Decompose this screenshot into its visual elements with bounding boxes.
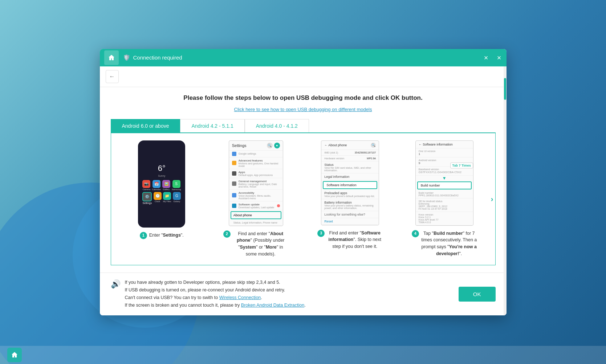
build-number-highlighted: Build number [417, 181, 472, 189]
phone-calendar-icon: 📅 Calendar [152, 180, 160, 191]
step-1-number: 1 [140, 232, 147, 239]
software-update-row: Software update Download updates, Last u… [229, 201, 283, 210]
battery-info-row: Battery information View your phone's ba… [321, 199, 379, 211]
software-info-screenshot: ← Software information One UI version 1 … [415, 140, 473, 226]
step-1-text: Enter "Settings". [149, 232, 184, 239]
home-button[interactable] [104, 50, 119, 65]
step-2-desc: 2 Find and enter "About phone" (Possibly… [223, 230, 289, 258]
advanced-features-row: Advanced features Motions and gestures, … [229, 158, 283, 169]
wireless-connection-link[interactable]: Wireless Connection [219, 295, 261, 300]
phone-clock: 6° [158, 164, 166, 173]
step-2-col: Settings 🔍 ● Google settings Advance [212, 140, 300, 258]
software-update-icon [232, 204, 236, 208]
phone-clock-icon: 🕐 Clock [153, 192, 162, 204]
close-button[interactable]: × [497, 53, 501, 62]
step-1-col: 6° Sunny 📷 Camera 📅 Calendar [118, 140, 206, 239]
phone-mockup: 6° Sunny 📷 Camera 📅 Calendar [138, 140, 185, 228]
status-row: Status View the SIM card status, IMEI, a… [321, 161, 379, 173]
step-4-desc: 4 Tap "Build number" for 7 times consecu… [412, 230, 477, 257]
step-2-text: Find and enter "About phone" (Possibly u… [233, 230, 289, 258]
step-3-number: 3 [317, 230, 325, 237]
accessibility-icon [232, 193, 236, 197]
broken-android-link[interactable]: Broken Android Data Extraction [241, 303, 304, 308]
phone-icons-row2: ⚙️ Settings 🕐 Clock 📁 My Files [141, 192, 182, 204]
bottom-info: 🔊 If you have already gotten to Develope… [100, 273, 507, 315]
help-link-container: Click here to see how to open USB debugg… [111, 106, 496, 113]
scrollbar-thumb [504, 78, 506, 100]
arrow-down-icon: ▼ [416, 176, 473, 181]
tab-7-times-label: Tab 7 Times [450, 163, 473, 168]
back-button[interactable]: ← [106, 70, 119, 83]
title-bar: 🛡️ Connection required × × [100, 49, 507, 66]
accessibility-row: Accessibility Voice Assistant, Menu audi… [229, 190, 283, 201]
tab-android6[interactable]: Android 6.0 or above [111, 119, 180, 132]
help-link[interactable]: Click here to see how to open USB debugg… [234, 107, 372, 112]
software-info-header: ← Software information [416, 141, 473, 148]
app-window: 🛡️ Connection required × × ← Please foll… [100, 49, 507, 315]
phone-galaxy-icon: G Galaxy [173, 192, 181, 204]
steps-container: 6° Sunny 📷 Camera 📅 Calendar [111, 133, 496, 265]
info-line2: If USB debugging is turned on, please re… [125, 287, 285, 293]
back-row: ← [100, 66, 507, 87]
window-title: Connection required [133, 54, 182, 61]
phone-samsung-icon: S Samsung [172, 180, 181, 191]
google-icon [232, 152, 236, 156]
minimize-close-button[interactable]: × [484, 53, 488, 62]
step-1-desc: 1 Enter "Settings". [140, 232, 184, 239]
menu-icon: ● [274, 143, 280, 148]
info-line4-prefix: If the screen is broken and you cannot t… [125, 303, 241, 308]
info-line4-suffix: . [304, 303, 305, 308]
shield-icon: 🛡️ [123, 54, 130, 61]
advanced-icon [232, 161, 236, 165]
search-icon: 🔍 [267, 143, 273, 148]
step-4-text: Tap "Build number" for 7 times consecuti… [421, 230, 477, 257]
step-3-desc: 3 Find and enter "Software information".… [317, 230, 383, 250]
build-number-value-row: Build number PPR1.180610.011.G04302CBa5X… [416, 190, 473, 199]
taskbar [0, 346, 606, 364]
general-management-row: General management Battery, Language and… [229, 178, 283, 190]
tab-android42[interactable]: Android 4.2 - 5.1.1 [180, 119, 244, 132]
info-line3-suffix: . [261, 295, 262, 300]
about-phone-highlighted-row: About phone [231, 211, 281, 219]
phone-gallery-icon: 🖼️ Gallery [162, 180, 170, 191]
scrollbar[interactable] [504, 66, 507, 315]
phone-camera-icon: 📷 Camera [142, 180, 150, 191]
step-2-number: 2 [223, 230, 231, 238]
step-4-number: 4 [412, 230, 419, 237]
about-phone-title: About phone [328, 143, 347, 147]
info-line3-prefix: Can't connect via USB? You can try to sw… [125, 295, 219, 300]
settings-title: Settings [232, 143, 247, 148]
one-ui-row: One UI version 1 [416, 148, 473, 158]
taskbar-home-button[interactable] [7, 348, 22, 362]
settings-header-icons: 🔍 ● [267, 143, 280, 148]
tab-android40[interactable]: Android 4.0 - 4.1.2 [245, 119, 309, 132]
hardware-row: Hardware version MP0.9A [321, 156, 379, 161]
ok-button[interactable]: OK [459, 287, 496, 302]
knox-version-row: Knox version Knox 3.2.1Knox API level 77… [416, 212, 473, 225]
looking-for-row: Looking for something else? [321, 211, 379, 218]
step-3-col: ← About phone 🔍 IMEI (slot 2) 3542590911… [307, 140, 394, 250]
imei-row: IMEI (slot 2) 354259091197107 [321, 150, 379, 156]
preloaded-apps-row: Preloaded apps View your phone's default… [321, 190, 379, 199]
legal-row: Legal information [321, 173, 379, 180]
step-4-col: ← Software information One UI version 1 … [401, 140, 488, 257]
phone-date: Sunny [158, 175, 165, 177]
apps-row: Apps Default apps, App permissions [229, 169, 283, 178]
apps-icon [232, 171, 236, 176]
info-line1: If you have already gotten to Developer … [125, 280, 280, 285]
software-info-highlighted: Software information [323, 181, 377, 189]
about-phone-screenshot: ← About phone 🔍 IMEI (slot 2) 3542590911… [321, 140, 379, 225]
general-icon [232, 181, 236, 186]
about-phone-header: ← About phone 🔍 [321, 141, 379, 150]
settings-screenshot-header: Settings 🔍 ● [229, 141, 283, 151]
google-settings-row: Google settings [229, 151, 283, 158]
about-search-icon: 🔍 [371, 143, 376, 148]
se-android-row: SE for Android status EnforcingSEPF_SM-G… [416, 199, 473, 212]
settings-screenshot: Settings 🔍 ● Google settings Advance [229, 140, 283, 226]
phone-icons-grid: 📷 Camera 📅 Calendar 🖼️ Gallery [141, 180, 182, 191]
tabs-container: Android 6.0 or above Android 4.2 - 5.1.1… [111, 119, 496, 133]
step-3-text: Find and enter "Software information". S… [327, 230, 383, 250]
phone-files-icon: 📁 My Files [163, 192, 171, 204]
chevron-right-icon: › [491, 195, 493, 203]
page-title: Please follow the steps below to open US… [111, 94, 496, 102]
